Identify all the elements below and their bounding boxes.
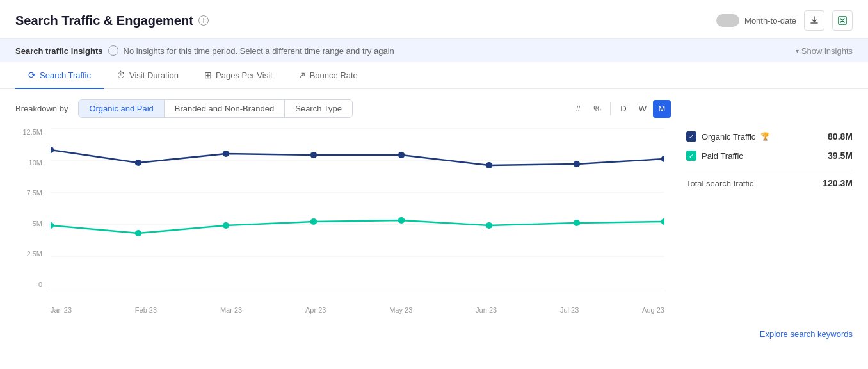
legend-divider xyxy=(686,170,853,170)
excel-icon xyxy=(837,15,848,26)
breakdown-label: Breakdown by xyxy=(15,104,68,113)
paid-dot-1 xyxy=(135,230,142,236)
paid-check-mark: ✓ xyxy=(689,152,694,160)
main-content: Breakdown by Organic and Paid Branded an… xyxy=(0,89,868,324)
tab-search-traffic[interactable]: ⟳ Search Traffic xyxy=(15,62,104,89)
bounce-rate-icon: ↗ xyxy=(298,70,306,80)
insights-left: Search traffic insights i No insights fo… xyxy=(15,45,394,56)
excel-button[interactable] xyxy=(832,10,853,31)
organic-traffic-label: Organic Traffic xyxy=(702,132,755,142)
explore-search-keywords-link[interactable]: Explore search keywords xyxy=(760,329,853,339)
organic-dot-2 xyxy=(223,151,230,157)
period-percent-button[interactable]: % xyxy=(588,100,606,118)
legend-paid-left: ✓ Paid Traffic xyxy=(686,151,743,161)
total-search-traffic-label: Total search traffic xyxy=(686,179,753,188)
breakdown-bar: Breakdown by Organic and Paid Branded an… xyxy=(15,99,671,118)
breakdown-organic-paid[interactable]: Organic and Paid xyxy=(79,100,164,117)
x-label-7: Aug 23 xyxy=(642,306,664,314)
breakdown-options: Organic and Paid Branded and Non-Branded… xyxy=(78,99,353,118)
x-axis: Jan 23 Feb 23 Mar 23 Apr 23 May 23 Jun 2… xyxy=(51,306,664,314)
insights-bar: Search traffic insights i No insights fo… xyxy=(0,39,868,62)
organic-dot-3 xyxy=(310,152,317,158)
download-icon xyxy=(809,15,819,26)
legend-paid: ✓ Paid Traffic 39.5M xyxy=(686,151,853,161)
page-title: Search Traffic & Engagement xyxy=(15,13,193,28)
organic-dot-6 xyxy=(574,161,581,167)
tab-pages-per-visit-label: Pages Per Visit xyxy=(216,70,273,80)
period-hash-button[interactable]: # xyxy=(569,100,587,118)
chart-inner xyxy=(51,128,664,288)
paid-dot-3 xyxy=(310,218,317,225)
y-label-4: 2.5M xyxy=(15,250,47,258)
toggle-container: Month-to-date xyxy=(716,14,796,27)
header-left: Search Traffic & Engagement i xyxy=(15,13,209,28)
paid-dot-5 xyxy=(486,222,493,229)
tab-search-traffic-label: Search Traffic xyxy=(40,70,91,80)
paid-checkbox[interactable]: ✓ xyxy=(686,151,696,161)
tab-visit-duration[interactable]: ⏱ Visit Duration xyxy=(104,62,191,89)
month-to-date-toggle[interactable] xyxy=(716,14,739,27)
tab-bounce-rate-label: Bounce Rate xyxy=(310,70,358,80)
legend-area: ✓ Organic Traffic 🏆 80.8M ✓ Paid Traffic… xyxy=(686,99,853,314)
tabs-container: ⟳ Search Traffic ⏱ Visit Duration ⊞ Page… xyxy=(0,62,868,89)
legend-organic: ✓ Organic Traffic 🏆 80.8M xyxy=(686,131,853,142)
chart-area: Breakdown by Organic and Paid Branded an… xyxy=(15,99,671,314)
organic-dot-5 xyxy=(486,162,493,168)
search-traffic-icon: ⟳ xyxy=(28,70,36,80)
chart-wrapper: 12.5M 10M 7.5M 5M 2.5M 0 xyxy=(15,128,671,314)
organic-dot-0 xyxy=(51,147,54,153)
x-label-2: Mar 23 xyxy=(220,306,242,314)
period-week-button[interactable]: W xyxy=(634,100,652,118)
x-label-3: Apr 23 xyxy=(305,306,326,314)
download-button[interactable] xyxy=(804,10,824,31)
header: Search Traffic & Engagement i Month-to-d… xyxy=(0,0,868,39)
period-buttons: # % D W M xyxy=(569,100,671,118)
y-label-0: 12.5M xyxy=(15,128,47,136)
visit-duration-icon: ⏱ xyxy=(117,70,125,80)
period-day-button[interactable]: D xyxy=(615,100,632,118)
organic-dot-4 xyxy=(398,152,405,158)
show-insights-label: Show insights xyxy=(801,46,853,56)
title-info-icon[interactable]: i xyxy=(198,15,209,26)
organic-check-mark: ✓ xyxy=(689,133,694,140)
insights-info-icon[interactable]: i xyxy=(108,45,118,56)
organic-dot-7 xyxy=(661,156,664,162)
paid-dot-6 xyxy=(574,220,581,226)
y-axis: 12.5M 10M 7.5M 5M 2.5M 0 xyxy=(15,128,47,288)
main-container: Search Traffic & Engagement i Month-to-d… xyxy=(0,0,868,369)
y-label-1: 10M xyxy=(15,159,47,167)
insights-title: Search traffic insights xyxy=(15,46,103,56)
x-label-6: Jul 23 xyxy=(560,306,579,314)
tab-pages-per-visit[interactable]: ⊞ Pages Per Visit xyxy=(191,62,285,89)
paid-dot-0 xyxy=(51,222,54,229)
y-label-5: 0 xyxy=(15,281,47,288)
paid-dot-4 xyxy=(398,217,405,224)
breakdown-search-type[interactable]: Search Type xyxy=(285,100,352,117)
period-separator xyxy=(610,102,611,115)
period-month-button[interactable]: M xyxy=(653,100,671,118)
legend-organic-left: ✓ Organic Traffic 🏆 xyxy=(686,131,770,142)
show-insights-button[interactable]: ▾ Show insights xyxy=(796,46,853,56)
organic-traffic-value: 80.8M xyxy=(828,131,853,142)
y-label-2: 7.5M xyxy=(15,189,47,197)
tab-visit-duration-label: Visit Duration xyxy=(129,70,179,80)
chevron-down-icon: ▾ xyxy=(796,47,799,54)
x-label-1: Feb 23 xyxy=(135,306,157,314)
period-buttons-container: # % D W M xyxy=(569,100,671,118)
organic-checkbox[interactable]: ✓ xyxy=(686,131,696,142)
insights-message: No insights for this time period. Select… xyxy=(124,46,394,56)
total-row: Total search traffic 120.3M xyxy=(686,178,853,188)
paid-traffic-label: Paid Traffic xyxy=(702,151,743,161)
breakdown-branded[interactable]: Branded and Non-Branded xyxy=(165,100,285,117)
organic-dot-1 xyxy=(135,160,142,166)
trophy-icon: 🏆 xyxy=(760,132,770,141)
y-label-3: 5M xyxy=(15,220,47,227)
paid-dot-2 xyxy=(223,222,230,229)
x-label-0: Jan 23 xyxy=(51,306,72,314)
bottom-bar: Explore search keywords xyxy=(0,324,868,344)
x-label-5: Jun 23 xyxy=(476,306,497,314)
tab-bounce-rate[interactable]: ↗ Bounce Rate xyxy=(285,62,371,89)
paid-traffic-value: 39.5M xyxy=(828,151,853,161)
header-right: Month-to-date xyxy=(716,10,853,31)
pages-per-visit-icon: ⊞ xyxy=(204,70,212,80)
